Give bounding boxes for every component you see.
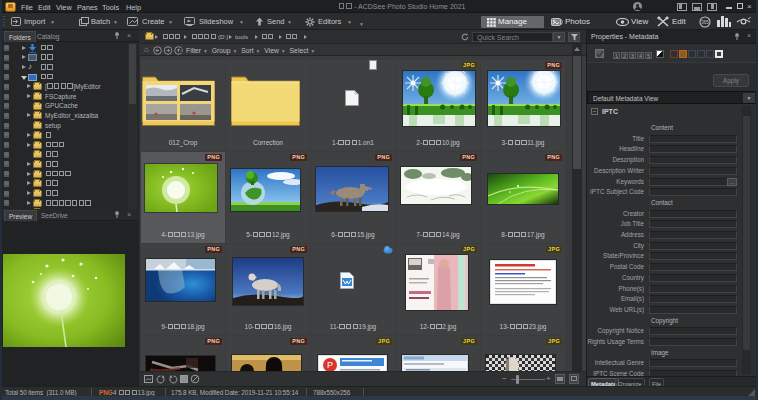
svg-text:P: P (327, 360, 333, 370)
svg-text:365: 365 (701, 20, 709, 25)
